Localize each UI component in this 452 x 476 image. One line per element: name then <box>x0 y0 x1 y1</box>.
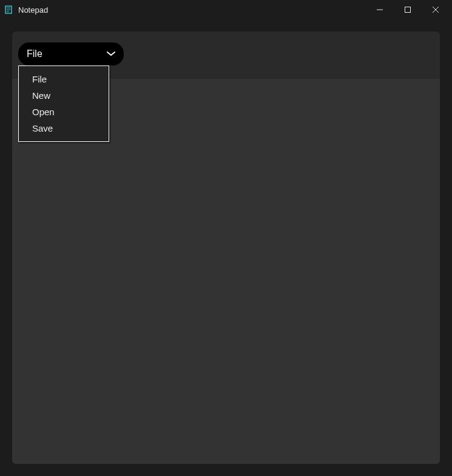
close-button[interactable] <box>422 0 450 19</box>
file-menu-button[interactable]: File <box>18 42 124 65</box>
toolbar: File File New Open Save <box>12 32 440 79</box>
titlebar: Notepad <box>0 0 452 19</box>
svg-rect-5 <box>405 7 411 13</box>
menu-item-new[interactable]: New <box>19 87 109 104</box>
menu-item-open[interactable]: Open <box>19 104 109 120</box>
app-icon <box>5 5 12 14</box>
client-area: File File New Open Save <box>0 19 452 476</box>
window-controls <box>366 0 450 19</box>
app-frame: File File New Open Save <box>12 32 440 464</box>
menu-item-save[interactable]: Save <box>19 120 109 136</box>
file-menu-dropdown: File New Open Save <box>18 65 109 142</box>
minimize-button[interactable] <box>366 0 394 19</box>
file-menu-button-label: File <box>27 49 42 59</box>
maximize-button[interactable] <box>394 0 422 19</box>
menu-item-file[interactable]: File <box>19 71 109 87</box>
window-title: Notepad <box>18 5 366 15</box>
chevron-down-icon <box>107 52 115 56</box>
